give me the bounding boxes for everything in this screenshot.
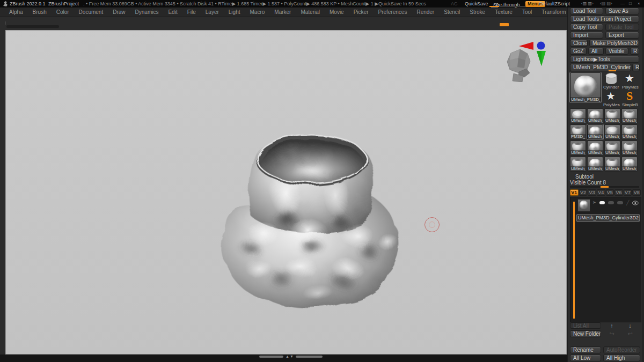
tool-slot-simplebrush[interactable]: S SimpleB — [621, 90, 639, 107]
menu-item-marker[interactable]: Marker — [269, 9, 296, 15]
import-button[interactable]: Import — [570, 32, 603, 39]
tool-grid-thumbnail-1[interactable]: UMesh_ — [587, 108, 603, 123]
move-down-icon[interactable]: ↓ — [625, 322, 635, 329]
save-as-button[interactable]: Save As — [605, 8, 639, 14]
menu-item-movie[interactable]: Movie — [325, 9, 349, 15]
load-tool-button[interactable]: Load Tool — [570, 8, 603, 14]
subtool-tab-v2[interactable]: V2 — [579, 189, 588, 196]
tool-grid-thumbnail-6[interactable]: UMesh_ — [604, 124, 620, 139]
menu-item-alpha[interactable]: Alpha — [4, 9, 28, 15]
new-folder-button[interactable]: New Folder — [570, 330, 601, 337]
tool-slider-indicator — [609, 70, 616, 71]
document-canvas[interactable] — [5, 30, 567, 354]
tool-slot-polymesh-star-1[interactable]: ★ PolyMes — [621, 72, 639, 90]
load-tools-from-project-button[interactable]: Load Tools From Project — [570, 16, 639, 23]
goz-all-button[interactable]: All — [588, 48, 604, 55]
tool-grid-thumbnail-2[interactable]: UMesh_ — [604, 108, 620, 123]
move-icon[interactable]: ➤ — [592, 201, 596, 205]
tray-scrollbar[interactable] — [642, 8, 644, 362]
menu-item-macro[interactable]: Macro — [245, 9, 270, 15]
copy-tool-button[interactable]: Copy Tool — [570, 24, 603, 31]
subtool-tab-v7[interactable]: V7 — [624, 189, 632, 196]
menu-item-stroke[interactable]: Stroke — [465, 9, 490, 15]
make-polymesh3d-button[interactable]: Make PolyMesh3D — [589, 40, 639, 47]
menu-item-light[interactable]: Light — [224, 9, 245, 15]
menu-item-document[interactable]: Document — [74, 9, 108, 15]
active-tool-thumbnail[interactable]: UMesh_PM3D_C — [570, 72, 601, 102]
tool-grid-thumbnail-12[interactable]: UMesh_ — [570, 157, 586, 172]
subtool-item[interactable]: ➤ ╱ UMesh_PM3D_Cylinder3D2_6 — [576, 199, 640, 224]
tool-grid-thumbnail-14[interactable]: UMesh_ — [604, 157, 620, 172]
tool-grid-thumbnail-5[interactable]: UMesh_ — [587, 124, 603, 139]
tool-grid-thumbnail-4[interactable]: PM3D_C — [570, 124, 586, 139]
quicksave-button[interactable]: QuickSave — [465, 1, 488, 6]
tray-toggle-icons-right[interactable]: ‹▤ ▤› — [600, 1, 612, 6]
subtool-scrollbar[interactable] — [573, 202, 575, 319]
tool-grid-thumbnail-11[interactable]: UMesh_ — [621, 141, 638, 156]
menu-item-tool[interactable]: Tool — [517, 9, 537, 15]
tool-grid-thumbnail-9[interactable]: UMesh_ — [587, 141, 603, 156]
menu-item-brush[interactable]: Brush — [28, 9, 52, 15]
divider-arrows-icon[interactable]: ▲▼ — [286, 354, 294, 358]
tray-divider-handle[interactable] — [500, 23, 509, 26]
top-mini-scrollbar[interactable] — [6, 25, 59, 28]
subtool-list[interactable]: ➤ ╱ UMesh_PM3D_Cylinder3D2_6 — [570, 197, 641, 322]
menu-item-texture[interactable]: Texture — [490, 9, 517, 15]
move-up-icon[interactable]: ↑ — [606, 322, 617, 329]
slash-icon: ╱ — [626, 201, 629, 205]
subtool-item-name[interactable]: UMesh_PM3D_Cylinder3D2_6 — [576, 214, 640, 222]
all-low-button[interactable]: All Low — [570, 354, 601, 361]
close-icon[interactable]: × — [638, 1, 640, 6]
tray-toggle-icons-left[interactable]: ‹▥ ▥› — [581, 1, 594, 6]
minimize-icon[interactable]: — — [620, 1, 625, 6]
tool-slot-polymesh-star-2[interactable]: ★ PolyMes — [602, 90, 620, 107]
default-zscript-button[interactable]: DefaultZScript — [539, 1, 570, 6]
subtool-tab-v6[interactable]: V6 — [614, 189, 623, 196]
tool-slot-cylinder[interactable]: Cylinder — [602, 72, 620, 90]
menu-item-edit[interactable]: Edit — [163, 9, 182, 15]
clone-button[interactable]: Clone — [570, 40, 588, 47]
goz-visible-button[interactable]: Visible — [605, 48, 628, 55]
rename-button[interactable]: Rename — [570, 346, 601, 353]
tool-grid-thumbnail-10[interactable]: UMesh_ — [604, 141, 620, 156]
menu-item-transform[interactable]: Transform — [537, 9, 570, 15]
tool-grid-thumbnail-13[interactable]: UMesh_ — [587, 157, 603, 172]
menu-item-draw[interactable]: Draw — [108, 9, 130, 15]
lightbox-tools-button[interactable]: Lightbox▶Tools — [570, 56, 639, 63]
bottom-divider-handle[interactable]: ▲▼ — [259, 354, 324, 360]
menu-item-preferences[interactable]: Preferences — [373, 9, 412, 15]
texture-toggle-icon[interactable] — [617, 201, 623, 204]
polypaint-toggle-icon[interactable] — [599, 201, 605, 204]
menu-item-picker[interactable]: Picker — [349, 9, 374, 15]
subtool-tab-v8[interactable]: V8 — [632, 189, 641, 196]
menu-item-file[interactable]: File — [182, 9, 201, 15]
subtool-thumbnail[interactable] — [577, 199, 590, 212]
visible-count-slider[interactable]: Visible Count 8 — [570, 180, 639, 186]
subtool-tab-v4[interactable]: V4 — [597, 189, 605, 196]
goz-button[interactable]: GoZ — [570, 48, 587, 55]
axis-orientation-gizmo[interactable] — [519, 39, 552, 67]
goz-r-button[interactable]: R — [630, 48, 639, 55]
menu-item-dynamics[interactable]: Dynamics — [130, 9, 164, 15]
visible-count-track[interactable] — [570, 186, 639, 188]
menu-item-layer[interactable]: Layer — [201, 9, 224, 15]
all-high-button[interactable]: All High — [603, 354, 640, 361]
menu-item-material[interactable]: Material — [296, 9, 325, 15]
subtool-tab-v3[interactable]: V3 — [588, 189, 596, 196]
restore-icon[interactable]: □ — [629, 1, 632, 6]
menu-item-color[interactable]: Color — [52, 9, 74, 15]
subtool-tab-v1[interactable]: V1 — [570, 189, 579, 196]
tool-grid-thumbnail-0[interactable]: UMesh_ — [570, 108, 586, 123]
menu-item-stencil[interactable]: Stencil — [439, 9, 465, 15]
active-tool-r-button[interactable]: R — [632, 64, 640, 71]
tool-grid-thumbnail-7[interactable]: UMesh_ — [621, 124, 638, 139]
subtool-tab-v5[interactable]: V5 — [606, 189, 614, 196]
eye-visibility-icon[interactable] — [632, 201, 639, 205]
tool-grid-thumbnail-8[interactable]: UMesh_ — [570, 141, 586, 156]
active-tool-button[interactable]: UMesh_PM3D_Cylinder3D2_6 — [570, 64, 631, 71]
tool-grid-thumbnail-15[interactable]: UMesh_ — [621, 157, 638, 172]
tool-grid-thumbnail-3[interactable]: UMesh_ — [621, 108, 638, 123]
export-button[interactable]: Export — [605, 32, 639, 39]
menu-item-render[interactable]: Render — [412, 9, 439, 15]
uv-toggle-icon[interactable] — [608, 201, 614, 204]
